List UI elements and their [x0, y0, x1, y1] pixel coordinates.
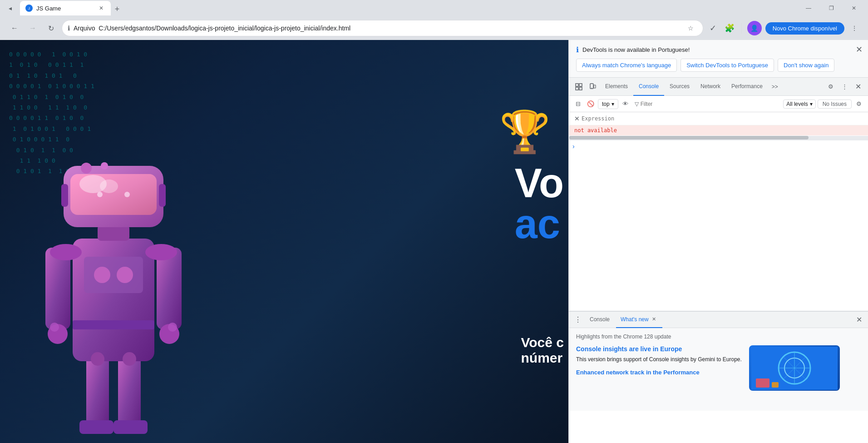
performance-tab[interactable]: Performance: [726, 78, 768, 96]
notification-header: ℹ DevTools is now available in Portugues…: [576, 45, 861, 54]
svg-point-29: [168, 323, 177, 332]
always-match-language-button[interactable]: Always match Chrome's language: [576, 59, 677, 72]
article2-link[interactable]: Enhanced network track in the Performanc…: [576, 369, 700, 376]
tab-close-button[interactable]: ✕: [97, 4, 105, 12]
minimize-button[interactable]: —: [798, 1, 819, 15]
console-tab[interactable]: Console: [633, 78, 664, 96]
info-icon: ℹ: [576, 45, 579, 54]
svg-rect-33: [579, 87, 582, 90]
svg-point-26: [91, 352, 104, 366]
article-thumbnail: [749, 345, 840, 391]
reload-button[interactable]: ↻: [44, 21, 58, 35]
devtools-notification: ℹ DevTools is now available in Portugues…: [569, 40, 868, 78]
profile-button[interactable]: 👤: [747, 21, 762, 35]
svg-rect-5: [84, 257, 143, 293]
console-settings-button[interactable]: ⚙: [853, 99, 864, 110]
active-tab[interactable]: J JS Game ✕: [20, 1, 111, 15]
svg-rect-44: [756, 378, 769, 388]
whats-new-tab-close[interactable]: ✕: [651, 316, 658, 323]
devtools-panel: ℹ DevTools is now available in Portugues…: [568, 40, 868, 443]
article-body: This version brings support of Console i…: [576, 355, 742, 363]
filter-area: ▽: [633, 101, 782, 107]
title-bar-left: ◂: [4, 2, 16, 15]
maximize-button[interactable]: ❐: [821, 1, 842, 15]
svg-point-28: [50, 323, 59, 332]
console-expand-arrow[interactable]: ›: [572, 143, 575, 150]
bottom-panel-close[interactable]: ✕: [853, 314, 864, 325]
expression-row: ✕: [569, 112, 868, 125]
trophy-icon: 🏆: [499, 108, 550, 156]
live-expressions-button[interactable]: 👁: [620, 99, 631, 110]
new-tab-button[interactable]: +: [111, 3, 123, 15]
network-tab[interactable]: Network: [695, 78, 726, 96]
context-selector[interactable]: top ▾: [598, 99, 618, 109]
address-bar-input[interactable]: ℹ Arquivo C:/Users/edgsantos/Downloads/l…: [62, 20, 703, 36]
whats-new-tab[interactable]: What's new ✕: [616, 312, 662, 328]
close-button[interactable]: ✕: [843, 1, 864, 15]
svg-rect-32: [576, 87, 578, 90]
game-title-line2: ac: [515, 204, 564, 244]
chrome-update-button[interactable]: Novo Chrome disponível: [765, 22, 844, 35]
address-protocol: Arquivo: [74, 25, 95, 32]
context-dropdown-icon: ▾: [612, 101, 614, 107]
game-subtitle-line2: númer: [521, 350, 564, 366]
svg-rect-31: [579, 84, 582, 86]
notification-close-button[interactable]: ✕: [856, 45, 863, 55]
svg-rect-45: [772, 382, 779, 388]
extensions-icon[interactable]: 🧩: [723, 22, 736, 35]
google-safety-check-icon[interactable]: ✓: [707, 22, 720, 35]
issues-button[interactable]: No Issues: [818, 100, 852, 109]
chrome-menu-button[interactable]: ⋮: [848, 22, 861, 35]
console-toolbar: ⊟ 🚫 top ▾ 👁 ▽ All levels ▾ No Issues ⚙: [569, 96, 868, 112]
error-text: not available: [574, 127, 617, 134]
separator: [741, 23, 742, 34]
back-button[interactable]: ←: [7, 21, 22, 35]
bottom-panel-menu[interactable]: ⋮: [572, 314, 583, 325]
svg-point-35: [592, 87, 592, 88]
game-title: Vo ac: [515, 163, 564, 244]
elements-tab[interactable]: Elements: [600, 78, 633, 96]
window-controls: — ❐ ✕: [798, 1, 864, 15]
log-levels-label: All levels: [786, 101, 808, 107]
more-tabs-button[interactable]: >>: [768, 82, 782, 92]
whats-new-subtitle: Highlights from the Chrome 128 update: [576, 333, 861, 340]
switch-devtools-language-button[interactable]: Switch DevTools to Portuguese: [681, 59, 774, 72]
tab-title: JS Game: [36, 5, 94, 12]
article-title[interactable]: Console insights are live in Europe: [576, 345, 742, 353]
horizontal-scrollbar[interactable]: [569, 136, 868, 140]
device-toolbar-button[interactable]: [586, 80, 599, 93]
svg-point-16: [101, 162, 108, 169]
svg-rect-23: [159, 184, 166, 207]
address-url: C:/Users/edgsantos/Downloads/logica-js-p…: [99, 25, 350, 32]
filter-input[interactable]: [641, 101, 780, 107]
filter-icon: ▽: [635, 101, 639, 107]
svg-rect-3: [113, 420, 148, 434]
console-bottom-tab[interactable]: Console: [585, 312, 614, 328]
svg-point-21: [124, 192, 130, 197]
notification-title: DevTools is now available in Portuguese!: [582, 46, 690, 53]
browser-viewport: 0 0 0 0 0 1 0 0 1 0 1 0 1 0 0 0 1 1 1 0 …: [0, 40, 568, 443]
clear-console-button[interactable]: 🚫: [585, 99, 596, 110]
tab-favicon: J: [25, 5, 33, 12]
svg-rect-13: [98, 225, 129, 241]
svg-rect-8: [73, 320, 154, 329]
sources-tab[interactable]: Sources: [664, 78, 695, 96]
forward-button[interactable]: →: [25, 21, 40, 35]
article-container: Console insights are live in Europe This…: [576, 345, 861, 391]
console-bottom-tab-label: Console: [590, 316, 610, 323]
inspect-element-button[interactable]: [572, 80, 585, 93]
log-levels-selector[interactable]: All levels ▾: [783, 100, 815, 109]
expression-input[interactable]: [582, 115, 864, 122]
devtools-settings-button[interactable]: ⚙: [824, 80, 837, 93]
dont-show-again-button[interactable]: Don't show again: [778, 59, 834, 72]
console-sidebar-button[interactable]: ⊟: [572, 99, 583, 110]
devtools-menu-button[interactable]: ⋮: [838, 80, 851, 93]
devtools-close-button[interactable]: ✕: [852, 80, 864, 93]
tab-history-back[interactable]: ◂: [4, 2, 16, 15]
horizontal-scrollbar-thumb: [569, 136, 809, 139]
expression-close-button[interactable]: ✕: [572, 114, 582, 123]
browser-window: ◂ J JS Game ✕ + — ❐ ✕ ← → ↻ ℹ Arquivo: [0, 0, 868, 443]
bottom-content: Highlights from the Chrome 128 update Co…: [569, 328, 868, 411]
bookmark-button[interactable]: ☆: [685, 22, 697, 35]
address-security-icon: ℹ: [68, 25, 70, 32]
